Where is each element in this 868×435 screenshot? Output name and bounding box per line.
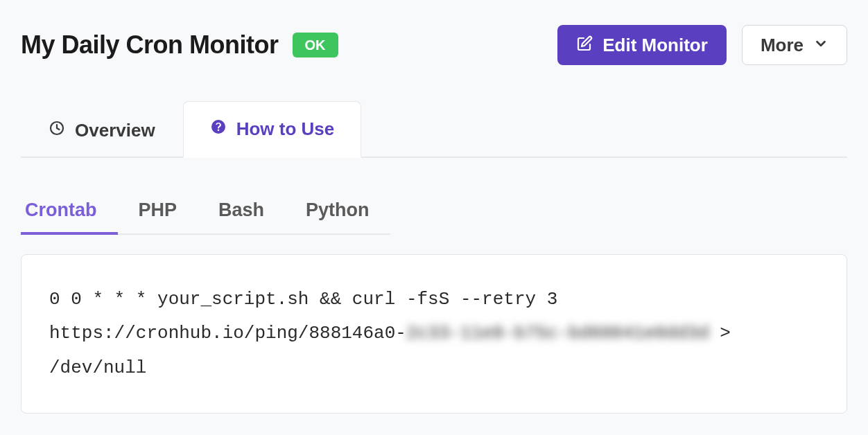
page-title: My Daily Cron Monitor — [21, 30, 279, 60]
tab-overview-label: Overview — [75, 120, 155, 141]
subtab-bash[interactable]: Bash — [198, 199, 285, 233]
code-redacted: 2c33-11e8-b75c-bd60041e0dd3d — [406, 323, 709, 344]
title-group: My Daily Cron Monitor OK — [21, 30, 338, 60]
more-button[interactable]: More — [742, 25, 847, 65]
subtab-crontab[interactable]: Crontab — [21, 199, 118, 233]
chevron-down-icon — [813, 36, 828, 54]
tab-overview[interactable]: Overview — [21, 101, 183, 158]
status-badge: OK — [293, 33, 338, 57]
header-row: My Daily Cron Monitor OK Edit Monitor Mo… — [21, 25, 847, 65]
primary-tabs: Overview How to Use — [21, 100, 847, 158]
clock-icon — [49, 120, 65, 141]
sub-tabs: Crontab PHP Bash Python — [21, 199, 390, 235]
tab-how-to-use[interactable]: How to Use — [183, 101, 362, 158]
subtab-php[interactable]: PHP — [118, 199, 198, 233]
question-circle-icon — [210, 118, 227, 140]
more-label: More — [761, 36, 804, 54]
subtab-python[interactable]: Python — [285, 199, 390, 233]
edit-monitor-button[interactable]: Edit Monitor — [557, 25, 727, 65]
code-snippet[interactable]: 0 0 * * * your_script.sh && curl -fsS --… — [21, 254, 847, 414]
tab-how-to-use-label: How to Use — [236, 118, 335, 140]
edit-monitor-label: Edit Monitor — [602, 36, 708, 54]
edit-icon — [576, 35, 593, 55]
header-actions: Edit Monitor More — [557, 25, 847, 65]
